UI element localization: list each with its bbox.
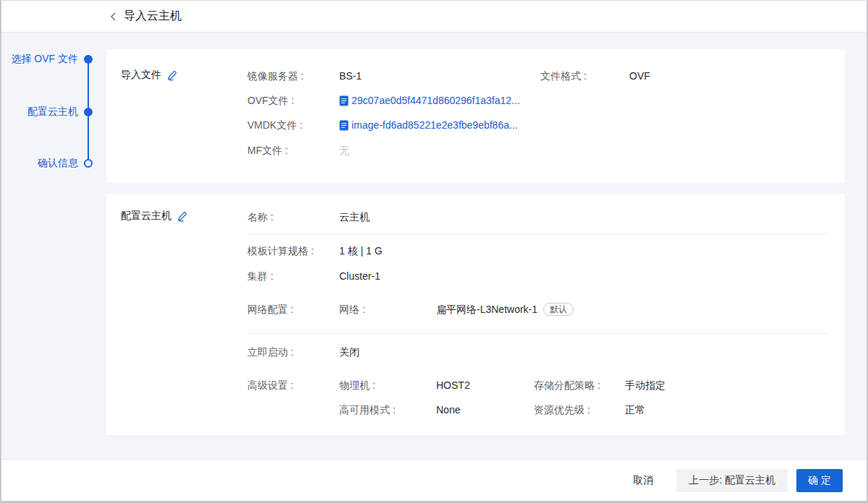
image-server-value: BS-1 (339, 69, 540, 83)
confirm-button[interactable]: 确 定 (796, 469, 843, 492)
ovf-file-link[interactable]: 29c07ae0d5f4471d860296f1a3fa12... (339, 93, 520, 108)
cluster-value: Cluster-1 (339, 269, 380, 283)
vm-name-value: 云主机 (339, 210, 370, 224)
edit-icon[interactable] (166, 70, 177, 81)
card-title: 配置云主机 (121, 210, 171, 223)
field-row: 名称 : 云主机 (247, 210, 829, 224)
step-label: 确认信息 (38, 157, 78, 170)
field-row: VMDK文件 : image-fd6ad85221e2e3fbe9ebf86a.… (247, 118, 829, 132)
network-label: 网络 : (339, 302, 436, 317)
configure-vm-card: 配置云主机 名称 : 云主机 模板计算规格 (106, 194, 845, 435)
step-select-ovf-file[interactable]: 选择 OVF 文件 (1, 52, 93, 66)
network-config-label: 网络配置 : (247, 302, 339, 317)
mf-file-value: 无 (339, 143, 349, 158)
step-label: 选择 OVF 文件 (11, 53, 78, 66)
main-area: 选择 OVF 文件 配置云主机 确认信息 导入文件 (1, 33, 867, 459)
compute-spec-label: 模板计算规格 : (247, 244, 339, 258)
ovf-file-name: 29c07ae0d5f4471d860296f1a3fa12... (352, 93, 520, 108)
configure-vm-fields: 名称 : 云主机 模板计算规格 : 1 核 | 1 G 集群 : Cluster… (247, 210, 829, 417)
compute-spec-value: 1 核 | 1 G (339, 244, 383, 258)
field-row: 立即启动 : 关闭 (247, 345, 829, 359)
network-name: 扁平网络-L3Network-1 (436, 304, 537, 315)
summary-cards: 导入文件 镜像服务器 : BS-1 文件格式 : OVF (106, 49, 845, 435)
vmdk-file-name: image-fd6ad85221e2e3fbe9ebf86a... (352, 118, 518, 132)
field-row: 高级设置 : 物理机 : HOST2 存储分配策略 : 手动指定 (247, 378, 829, 392)
page-header: 导入云主机 (1, 1, 867, 33)
section-divider (247, 233, 829, 234)
step-label: 配置云主机 (27, 106, 78, 119)
field-row: MF文件 : 无 (247, 143, 829, 158)
wizard-stepper: 选择 OVF 文件 配置云主机 确认信息 (1, 33, 106, 459)
edit-icon[interactable] (176, 211, 187, 222)
section-divider (247, 333, 829, 334)
ha-mode-label: 高可用模式 : (339, 403, 436, 417)
step-confirm-info[interactable]: 确认信息 (1, 156, 93, 171)
cluster-label: 集群 : (247, 269, 339, 283)
autostart-label: 立即启动 : (247, 345, 339, 359)
file-icon (339, 120, 349, 131)
import-file-card-header: 导入文件 (121, 69, 247, 82)
wizard-footer: 取消 上一步: 配置云主机 确 定 (1, 459, 867, 501)
vm-name-label: 名称 : (247, 210, 339, 224)
image-server-label: 镜像服务器 : (247, 69, 339, 83)
page-title: 导入云主机 (124, 9, 182, 24)
field-row: 镜像服务器 : BS-1 文件格式 : OVF (247, 69, 829, 83)
storage-policy-label: 存储分配策略 : (534, 378, 625, 392)
field-row: 高可用模式 : None 资源优先级 : 正常 (247, 403, 829, 417)
file-icon (339, 95, 349, 106)
field-row: 集群 : Cluster-1 (247, 269, 829, 283)
file-format-value: OVF (629, 69, 650, 83)
autostart-value: 关闭 (339, 345, 359, 359)
cancel-button[interactable]: 取消 (633, 474, 653, 487)
ovf-file-label: OVF文件 : (247, 93, 339, 108)
host-label: 物理机 : (339, 378, 436, 392)
step-dot-hollow (84, 159, 93, 168)
file-format-label: 文件格式 : (540, 69, 629, 83)
network-value: 扁平网络-L3Network-1默认 (436, 302, 574, 317)
ha-mode-value: None (436, 403, 534, 417)
import-file-fields: 镜像服务器 : BS-1 文件格式 : OVF OVF文件 : (247, 69, 829, 158)
field-row: 网络配置 : 网络 : 扁平网络-L3Network-1默认 (247, 302, 829, 317)
vmdk-file-label: VMDK文件 : (247, 118, 339, 132)
mf-file-label: MF文件 : (247, 143, 339, 158)
default-badge: 默认 (543, 303, 574, 316)
step-configure-vm[interactable]: 配置云主机 (1, 105, 93, 119)
step-dot-filled (84, 108, 93, 116)
advanced-settings-label: 高级设置 : (247, 378, 339, 392)
card-title: 导入文件 (121, 69, 161, 82)
step-dot-filled (84, 55, 93, 64)
resource-priority-value: 正常 (625, 403, 645, 417)
configure-vm-card-header: 配置云主机 (121, 210, 247, 223)
import-vm-wizard-panel: 导入云主机 选择 OVF 文件 配置云主机 确认信息 导入 (0, 0, 868, 503)
previous-step-button[interactable]: 上一步: 配置云主机 (676, 469, 788, 492)
vmdk-file-link[interactable]: image-fd6ad85221e2e3fbe9ebf86a... (339, 118, 518, 132)
host-value: HOST2 (436, 378, 534, 392)
storage-policy-value: 手动指定 (625, 378, 665, 392)
back-icon[interactable] (108, 11, 119, 22)
import-file-card: 导入文件 镜像服务器 : BS-1 文件格式 : OVF (106, 49, 845, 183)
field-row: OVF文件 : 29c07ae0d5f4471d860296f1a3fa12..… (247, 93, 829, 108)
field-row: 模板计算规格 : 1 核 | 1 G (247, 244, 829, 258)
resource-priority-label: 资源优先级 : (534, 403, 625, 417)
